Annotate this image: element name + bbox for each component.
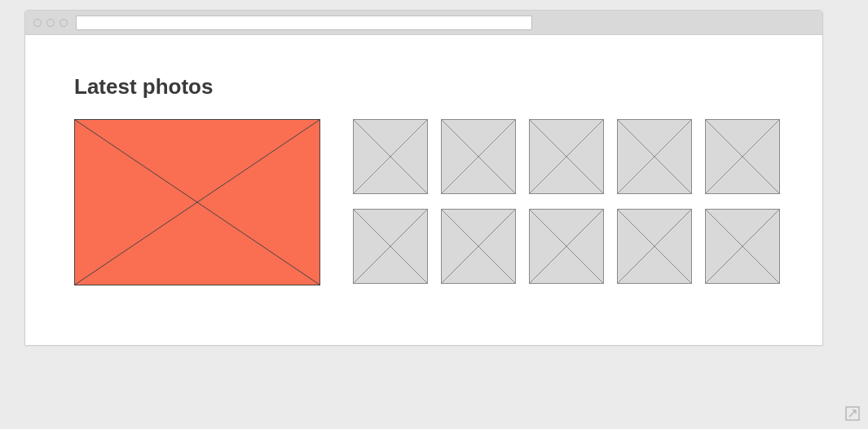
thumbnail[interactable] (705, 119, 780, 194)
browser-window: Latest photos (24, 10, 823, 346)
browser-chrome (25, 11, 822, 35)
thumbnail[interactable] (441, 119, 516, 194)
resize-handle-icon[interactable] (845, 406, 860, 421)
photo-gallery (74, 119, 773, 285)
thumbnail[interactable] (617, 119, 692, 194)
image-placeholder-icon (530, 210, 603, 283)
image-placeholder-icon (75, 120, 319, 285)
image-placeholder-icon (618, 120, 691, 193)
image-placeholder-icon (442, 120, 515, 193)
thumbnail-grid (353, 119, 780, 284)
thumbnail[interactable] (353, 209, 428, 284)
thumbnail[interactable] (353, 119, 428, 194)
image-placeholder-icon (442, 210, 515, 283)
featured-photo[interactable] (74, 119, 320, 285)
thumbnail[interactable] (617, 209, 692, 284)
thumbnail[interactable] (705, 209, 780, 284)
image-placeholder-icon (530, 120, 603, 193)
thumbnail[interactable] (529, 119, 604, 194)
window-controls (33, 19, 68, 27)
page-content: Latest photos (25, 35, 822, 345)
image-placeholder-icon (354, 120, 427, 193)
page-title: Latest photos (74, 74, 773, 100)
url-bar[interactable] (76, 15, 532, 30)
image-placeholder-icon (618, 210, 691, 283)
image-placeholder-icon (706, 120, 779, 193)
window-minimize-icon[interactable] (46, 19, 55, 27)
window-maximize-icon[interactable] (59, 19, 68, 27)
thumbnail[interactable] (529, 209, 604, 284)
image-placeholder-icon (706, 210, 779, 283)
image-placeholder-icon (354, 210, 427, 283)
window-close-icon[interactable] (33, 19, 42, 27)
thumbnail[interactable] (441, 209, 516, 284)
